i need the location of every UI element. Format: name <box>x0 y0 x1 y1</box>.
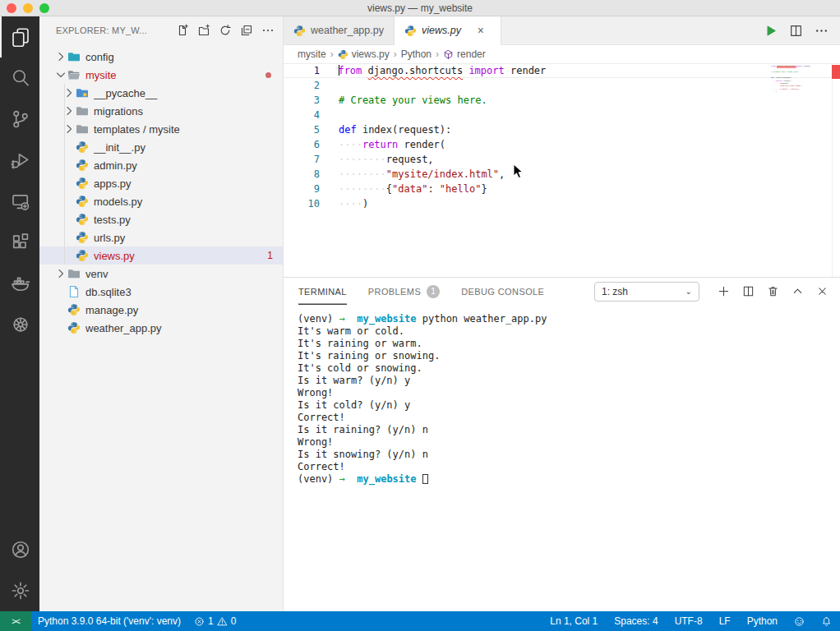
refresh-button[interactable] <box>219 24 232 37</box>
activity-item-run-debug[interactable] <box>0 140 39 181</box>
new-file-button[interactable] <box>176 24 189 37</box>
activity-item-explorer[interactable] <box>0 16 39 58</box>
code-text: ········request, <box>320 152 434 167</box>
breadcrumb-render[interactable]: render <box>443 48 486 60</box>
problems-item[interactable]: 10 <box>187 611 242 631</box>
py-icon <box>76 177 89 190</box>
tree-item-__init__-py[interactable]: __init__.py <box>39 138 283 156</box>
folder-open-icon <box>67 68 81 81</box>
py-icon <box>67 303 81 316</box>
panel-tab-problems[interactable]: PROBLEMS1 <box>368 278 440 305</box>
overview-ruler[interactable] <box>832 63 840 277</box>
status-lf-item[interactable]: LF <box>711 611 739 631</box>
new-terminal-button[interactable] <box>718 285 730 297</box>
split-terminal-button[interactable] <box>742 285 755 297</box>
remote-indicator[interactable]: >< <box>0 611 31 631</box>
run-button[interactable] <box>764 24 778 38</box>
close-tab-icon[interactable]: × <box>474 24 487 37</box>
tab-views-py[interactable]: views.py× <box>395 16 501 45</box>
code-line-1[interactable]: 1from django.shortcuts import render <box>284 63 840 78</box>
python-interpreter-item[interactable]: Python 3.9.0 64-bit ('venv': venv) <box>31 611 187 631</box>
breadcrumb-mysite[interactable]: mysite <box>298 48 326 60</box>
code-line-4[interactable]: 4 <box>284 108 840 122</box>
tree-item-config[interactable]: config <box>39 48 283 66</box>
minimap[interactable]: from django.shortcuts import render# Cre… <box>771 65 830 229</box>
tree-item-__pycache__[interactable]: __pycache__ <box>39 84 283 102</box>
extensions-icon <box>11 233 30 252</box>
tree-item-apps-py[interactable]: apps.py <box>39 174 283 192</box>
breadcrumb-views-py[interactable]: views.py <box>338 48 390 60</box>
activity-item-docker[interactable] <box>0 263 39 304</box>
more-button[interactable] <box>261 24 275 37</box>
error-count: 1 <box>208 615 214 627</box>
tree-item-migrations[interactable]: migrations <box>39 102 283 120</box>
tab-weather_app-py[interactable]: weather_app.py <box>284 16 395 44</box>
new-folder-button[interactable] <box>197 24 210 37</box>
status-spaces-item[interactable]: Spaces: 4 <box>606 611 666 631</box>
docker-icon <box>11 274 30 293</box>
file-tree: configmysite__pycache__migrationstemplat… <box>39 44 283 611</box>
tree-item-admin-py[interactable]: admin.py <box>39 156 283 174</box>
feedback-button[interactable] <box>786 611 813 631</box>
code-line-3[interactable]: 3# Create your views here. <box>284 93 840 108</box>
terminal-select[interactable]: 1: zsh ⌄ <box>594 282 699 302</box>
explorer-actions <box>176 24 275 37</box>
tree-item-venv[interactable]: venv <box>39 265 283 283</box>
activity-item-search[interactable] <box>0 58 39 99</box>
tree-item-label: weather_app.py <box>85 322 283 334</box>
code-line-6[interactable]: 6····return render( <box>284 137 840 152</box>
folder-gray-icon <box>76 122 89 136</box>
tree-item-models-py[interactable]: models.py <box>39 192 283 210</box>
activity-item-account[interactable] <box>0 529 39 570</box>
breadcrumb: mysite›views.py›Python›render <box>284 45 840 63</box>
code-line-8[interactable]: 8········"mysite/index.html", <box>284 167 840 182</box>
tree-item-views-py[interactable]: views.py1 <box>39 246 283 265</box>
more-icon <box>261 24 275 37</box>
breadcrumb-python[interactable]: Python <box>401 48 432 60</box>
activity-bar <box>0 16 39 611</box>
explorer-title: EXPLORER: MY_W... <box>56 25 176 35</box>
tree-item-tests-py[interactable]: tests.py <box>39 210 283 228</box>
terminal-output[interactable]: (venv) → my_website python weather_app.p… <box>284 305 840 611</box>
activity-item-source-control[interactable] <box>0 99 39 140</box>
split-editor-button[interactable] <box>789 24 803 38</box>
folder-pycache-icon <box>76 86 89 99</box>
code-line-2[interactable]: 2 <box>284 78 840 93</box>
maximize-panel-button[interactable] <box>792 285 804 297</box>
chevron-down-icon: ⌄ <box>685 287 692 296</box>
tree-item-mysite[interactable]: mysite <box>39 66 283 84</box>
terminal-line: Is it warm? (y/n) y <box>298 375 840 387</box>
activity-item-remote-explorer[interactable] <box>0 181 39 222</box>
kill-terminal-button[interactable] <box>767 285 779 297</box>
account-icon <box>11 540 30 560</box>
code-line-10[interactable]: 10····) <box>284 196 840 211</box>
activity-item-kubernetes[interactable] <box>0 304 39 345</box>
status-python-item[interactable]: Python <box>739 611 786 631</box>
activity-item-settings[interactable] <box>0 570 39 611</box>
tree-item-urls-py[interactable]: urls.py <box>39 228 283 246</box>
code-line-9[interactable]: 9········{"data": "hello"} <box>284 182 840 196</box>
status-utf-8-item[interactable]: UTF-8 <box>667 611 711 631</box>
chevron-right-icon <box>54 50 67 63</box>
tree-item-templates-mysite[interactable]: templates / mysite <box>39 120 283 138</box>
code-line-7[interactable]: 7········request, <box>284 152 840 167</box>
folder-open-icon <box>67 68 81 81</box>
code-text: ········"mysite/index.html", <box>320 167 505 182</box>
status-ln-item[interactable]: Ln 1, Col 1 <box>542 611 606 631</box>
bell-button[interactable] <box>813 611 840 631</box>
tree-item-manage-py[interactable]: manage.py <box>39 301 283 319</box>
tree-item-weather_app-py[interactable]: weather_app.py <box>39 319 283 337</box>
more-button[interactable] <box>815 24 828 38</box>
panel-tab-debug-console[interactable]: DEBUG CONSOLE <box>461 278 544 305</box>
tree-item-label: __pycache__ <box>94 87 283 99</box>
line-number: 3 <box>284 93 320 108</box>
py-icon <box>338 49 348 60</box>
activity-item-extensions[interactable] <box>0 222 39 263</box>
close-panel-button[interactable] <box>816 285 828 297</box>
tree-item-db-sqlite3[interactable]: db.sqlite3 <box>39 283 283 301</box>
title-bar[interactable]: views.py — my_website <box>0 0 840 16</box>
collapse-all-button[interactable] <box>240 24 253 37</box>
code-editor[interactable]: 1from django.shortcuts import render23# … <box>284 63 840 277</box>
code-line-5[interactable]: 5def index(request): <box>284 122 840 137</box>
panel-tab-terminal[interactable]: TERMINAL <box>298 278 347 305</box>
